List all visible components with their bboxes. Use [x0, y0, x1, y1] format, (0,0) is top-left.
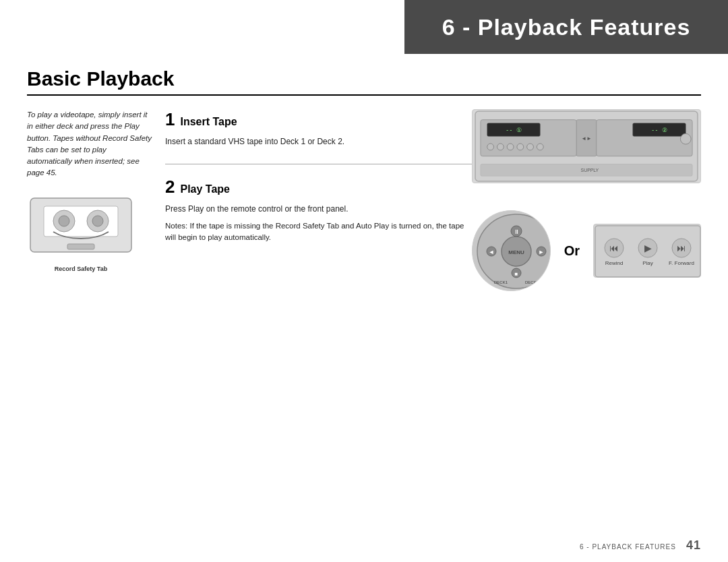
panel-buttons-image: ⏮ Rewind ▶ Play ⏭ F. Forward	[593, 224, 701, 278]
header-banner: 6 - Playback Features	[404, 0, 728, 54]
svg-text:DECK2: DECK2	[525, 280, 539, 284]
svg-point-5	[92, 216, 103, 226]
svg-text:-- ②: -- ②	[651, 127, 667, 133]
svg-point-3	[59, 216, 69, 226]
vcr-front-panel: -- ① ◄► -- ②	[472, 109, 701, 183]
svg-text:-- ①: -- ①	[506, 127, 522, 133]
section-title: Basic Playback	[27, 67, 701, 96]
step-2-title: Play Tape	[180, 183, 230, 195]
svg-text:Rewind: Rewind	[605, 260, 624, 266]
or-text: Or	[559, 243, 585, 259]
footer: 6 - PLAYBACK FEATURES 41	[580, 538, 701, 553]
step-1-number: 1	[165, 109, 175, 130]
step-divider	[165, 164, 472, 164]
svg-text:⏮: ⏮	[609, 243, 619, 253]
svg-point-13	[507, 144, 514, 150]
page-title: 6 - Playback Features	[442, 14, 691, 40]
main-content: Basic Playback To play a videotape, simp…	[27, 67, 701, 535]
svg-text:■: ■	[515, 271, 518, 277]
step-1-header: 1 Insert Tape	[165, 109, 472, 130]
svg-point-16	[537, 144, 543, 150]
step-2-desc: Press Play on the remote control or the …	[165, 203, 472, 215]
svg-point-22	[680, 133, 691, 144]
svg-text:◄: ◄	[489, 249, 495, 255]
step-2-notes: Notes: If the tape is missing the Record…	[165, 220, 472, 244]
step-2-section: 2 Play Tape Press Play on the remote con…	[165, 177, 472, 244]
svg-text:▶: ▶	[644, 243, 652, 253]
content-grid: To play a videotape, simply insert it in…	[27, 109, 701, 291]
page-number: 41	[686, 538, 701, 552]
intro-text: To play a videotape, simply insert it in…	[27, 109, 152, 179]
svg-point-15	[527, 144, 534, 150]
step-1-section: 1 Insert Tape Insert a standard VHS tape…	[165, 109, 472, 148]
step-1-desc: Insert a standard VHS tape into Deck 1 o…	[165, 135, 472, 148]
svg-point-12	[497, 144, 504, 150]
step-2-number: 2	[165, 177, 175, 197]
svg-rect-6	[67, 244, 94, 249]
footer-text: 6 - PLAYBACK FEATURES	[580, 543, 676, 551]
vcr-bottom-row: MENU ⏸ ■ ◄ ► DECK1	[472, 210, 701, 291]
tape-label: Record Safety Tab	[27, 265, 135, 274]
step-2-header: 2 Play Tape	[165, 177, 472, 197]
svg-text:SUPPLY: SUPPLY	[581, 168, 599, 173]
svg-text:⏸: ⏸	[514, 228, 520, 235]
svg-text:◄►: ◄►	[581, 135, 592, 142]
left-column: To play a videotape, simply insert it in…	[27, 109, 152, 291]
steps-column: 1 Insert Tape Insert a standard VHS tape…	[152, 109, 472, 291]
tape-image: Record Safety Tab	[27, 191, 135, 259]
svg-text:►: ►	[539, 249, 545, 255]
svg-text:F. Forward: F. Forward	[669, 260, 694, 266]
step-1-title: Insert Tape	[180, 116, 237, 128]
svg-point-14	[517, 144, 524, 150]
svg-text:MENU: MENU	[508, 249, 524, 255]
svg-text:Play: Play	[642, 260, 653, 266]
svg-text:DECK1: DECK1	[494, 280, 508, 284]
remote-control-image: MENU ⏸ ■ ◄ ► DECK1	[472, 210, 551, 291]
svg-point-11	[487, 144, 494, 150]
right-column: -- ① ◄► -- ②	[472, 109, 701, 291]
svg-text:⏭: ⏭	[677, 243, 686, 253]
